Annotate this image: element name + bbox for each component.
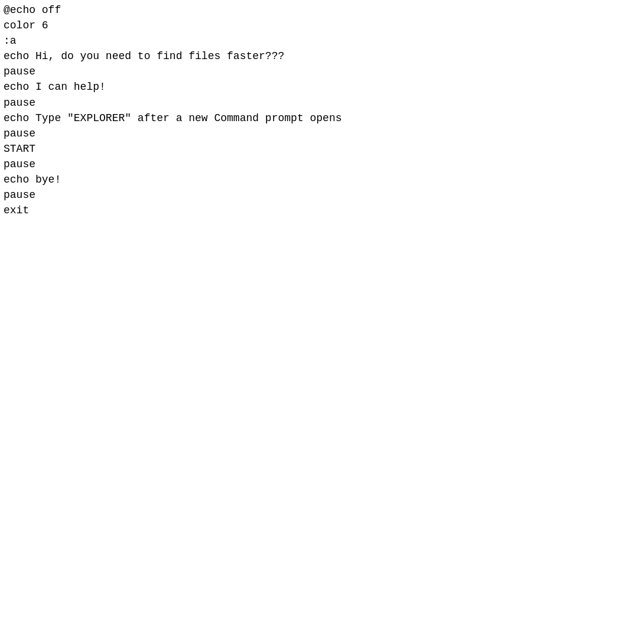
batch-script-content: @echo off color 6 :a echo Hi, do you nee… bbox=[0, 0, 644, 220]
